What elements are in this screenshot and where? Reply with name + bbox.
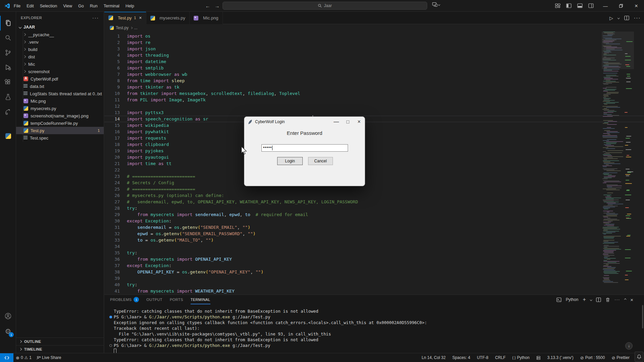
minimize-button[interactable]: — <box>598 0 613 12</box>
nav-forward-icon[interactable]: → <box>213 0 221 12</box>
python-extension-icon[interactable] <box>0 128 16 143</box>
status-item-ln-14-col-32[interactable]: Ln 14, Col 32 <box>419 355 448 360</box>
dialog-close-button[interactable]: × <box>353 117 365 127</box>
remote-indicator[interactable] <box>0 353 13 362</box>
split-editor-icon[interactable] <box>624 15 629 20</box>
file-item--venv[interactable]: .venv <box>16 38 104 46</box>
problems-status[interactable]: ⊗0 ⚠1 <box>13 355 34 360</box>
breadcrumb[interactable]: Test.py ... <box>104 24 644 32</box>
file-item-tempcoderunnerfile-py[interactable]: tempCodeRunnerFile.py <box>16 119 104 127</box>
shell-label[interactable]: Python <box>566 297 578 302</box>
terminal-output[interactable]: TypeError: catching classes that do not … <box>104 304 644 353</box>
run-python-icon[interactable]: ▷ <box>609 15 613 21</box>
run-debug-icon[interactable] <box>0 60 16 75</box>
split-terminal-icon[interactable] <box>596 297 601 302</box>
dialog-title-bar[interactable]: CyberWolf Login — × <box>244 117 365 127</box>
code-line-35: 35try: <box>104 250 644 256</box>
file-item-dist[interactable]: dist <box>16 53 104 60</box>
menu-go[interactable]: Go <box>75 2 87 10</box>
more-actions-icon[interactable]: ··· <box>634 15 641 21</box>
menu-terminal[interactable]: Terminal <box>101 2 122 10</box>
panel-tab-output[interactable]: OUTPUT <box>146 295 162 304</box>
status-item-crlf[interactable]: CRLF <box>493 355 508 360</box>
run-dropdown-icon[interactable] <box>617 17 620 19</box>
file-item-screenshot[interactable]: screenshot <box>16 68 104 75</box>
file-item-test-spec[interactable]: Test.spec <box>16 134 104 142</box>
search-value: Jaar <box>324 3 332 8</box>
terminal-line-5: File "G:\Jaar\.venv\Lib\site-packages\co… <box>109 331 644 337</box>
status-item-port-5500[interactable]: ⊘Port : 5500 <box>578 355 607 360</box>
password-input[interactable]: ***** <box>261 144 348 152</box>
live-share-icon[interactable] <box>0 104 16 119</box>
code-line-21: 21import time as tt <box>104 160 644 167</box>
file-item-data-txt[interactable]: data.txt <box>16 83 104 90</box>
toggle-sidebar-icon[interactable] <box>566 3 572 8</box>
tab-mysecrets-py[interactable]: mysecrets.py <box>146 12 190 24</box>
code-line-3: 3import json <box>104 46 644 52</box>
status-item-prettier[interactable]: ⊘Prettier <box>609 355 632 360</box>
scroll-to-bottom-icon[interactable]: ↓ <box>625 342 633 350</box>
menu-selection[interactable]: Selection <box>37 2 60 10</box>
file-item-screenshot-name-image-png[interactable]: screenshot(name_image).png <box>16 112 104 119</box>
menu-edit[interactable]: Edit <box>23 2 37 10</box>
close-panel-icon[interactable]: × <box>630 297 633 303</box>
menu-view[interactable]: View <box>60 2 75 10</box>
remote-device-icon[interactable] <box>432 2 440 7</box>
file-item-mysecrets-py[interactable]: mysecrets.py <box>16 105 104 112</box>
search-sidebar-icon[interactable] <box>0 31 16 45</box>
restore-button[interactable] <box>613 0 629 12</box>
menu-help[interactable]: Help <box>122 2 137 10</box>
terminal-dropdown-icon[interactable] <box>590 299 592 301</box>
tab-mic-png[interactable]: Mic.png <box>190 12 223 24</box>
dialog-minimize-button[interactable]: — <box>331 117 342 127</box>
notifications-bell-icon[interactable] <box>635 352 643 362</box>
close-tab-icon[interactable]: × <box>139 15 142 20</box>
dialog-heading: Enter Password <box>244 130 365 136</box>
panel-more-icon[interactable]: ··· <box>614 297 620 302</box>
file-item-mic[interactable]: Mic <box>16 60 104 68</box>
new-terminal-icon[interactable]: + <box>583 297 586 303</box>
file-item-logstats-stats-thread-started-at-0-txt[interactable]: LogStats Stats thread started at 0..txt <box>16 90 104 97</box>
file-item-build[interactable]: build <box>16 46 104 53</box>
menu-run[interactable]: Run <box>87 2 101 10</box>
testing-icon[interactable] <box>0 90 16 104</box>
explorer-icon[interactable] <box>0 16 16 31</box>
timeline-section-header[interactable]: TIMELINE <box>16 345 104 353</box>
customize-layout-icon[interactable] <box>555 3 560 8</box>
dialog-maximize-button[interactable] <box>342 117 353 127</box>
close-window-button[interactable]: × <box>629 0 644 12</box>
menu-file[interactable]: File <box>11 2 23 10</box>
status-item-server[interactable] <box>534 356 543 360</box>
file-item-test-py[interactable]: Test.py1 <box>16 127 104 134</box>
login-button[interactable]: Login <box>277 157 303 165</box>
tab-test-py[interactable]: Test.py 1 × <box>104 12 146 24</box>
command-search-box[interactable]: Jaar <box>222 2 427 10</box>
kill-terminal-icon[interactable] <box>605 297 610 302</box>
toggle-panel-icon[interactable] <box>577 3 583 8</box>
terminal-scrollbar[interactable] <box>642 305 643 328</box>
extensions-icon[interactable] <box>0 75 16 90</box>
panel-tab-ports[interactable]: PORTS <box>170 295 183 304</box>
status-item-spaces-4[interactable]: Spaces: 4 <box>450 355 473 360</box>
maximize-panel-icon[interactable] <box>624 299 626 301</box>
source-control-icon[interactable] <box>0 45 16 60</box>
file-item-mic-png[interactable]: Mic.png <box>16 97 104 105</box>
cancel-button[interactable]: Cancel <box>308 157 333 165</box>
status-item-3-13-3-venv-[interactable]: 3.13.3 ('.venv') <box>545 355 576 360</box>
code-editor[interactable]: 1import os2import re3import json4import … <box>104 32 644 295</box>
explorer-more-icon[interactable]: ··· <box>92 15 99 20</box>
file-item-cyberwolf-pdf[interactable]: CyberWolf.pdf <box>16 75 104 83</box>
nav-back-icon[interactable]: ← <box>203 0 212 12</box>
panel-tab-terminal[interactable]: TERMINAL <box>191 295 210 304</box>
toggle-secondary-sidebar-icon[interactable] <box>588 3 594 8</box>
status-item-python[interactable]: { }Python <box>510 355 532 360</box>
live-share-status[interactable]: Live Share <box>34 355 63 360</box>
workspace-root[interactable]: JAAR <box>16 23 104 31</box>
file-item--pycache-[interactable]: __pycache__ <box>16 31 104 38</box>
accounts-icon[interactable] <box>0 309 16 323</box>
panel-tab-problems[interactable]: PROBLEMS1 <box>110 295 139 304</box>
outline-section-header[interactable]: OUTLINE <box>16 338 104 345</box>
minimap[interactable] <box>602 32 623 295</box>
status-item-utf-8[interactable]: UTF-8 <box>475 355 491 360</box>
settings-gear-icon[interactable]: ⚙1 <box>0 324 16 339</box>
